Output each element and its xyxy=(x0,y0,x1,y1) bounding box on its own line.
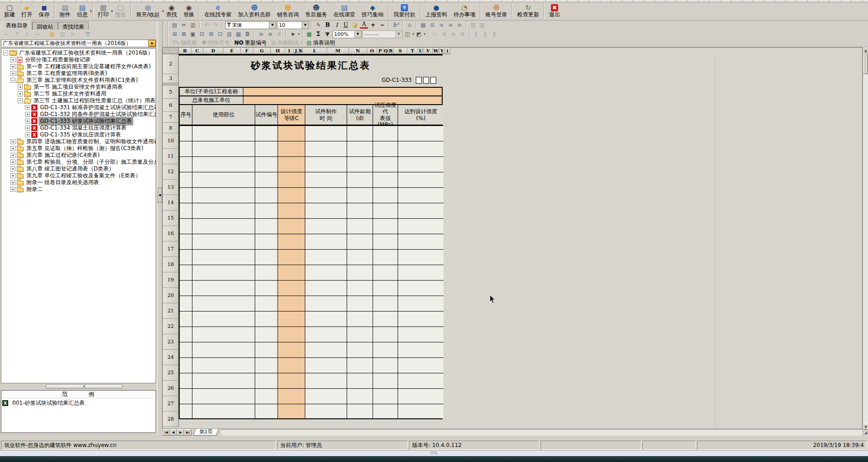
autosum-dd-icon[interactable]: ▼ xyxy=(323,30,332,38)
page-setup-icon[interactable]: ▦ xyxy=(419,21,427,29)
form-data-cell[interactable] xyxy=(398,234,444,249)
form-data-cell[interactable] xyxy=(373,218,398,234)
form-data-cell[interactable] xyxy=(192,141,255,156)
check-update-button[interactable]: ↻检查更新 xyxy=(514,3,542,20)
form-data-cell[interactable] xyxy=(398,187,444,203)
autosum-icon[interactable]: Σ xyxy=(314,30,323,38)
form-data-cell[interactable] xyxy=(278,249,305,265)
tree-item[interactable]: +XGD-C1-333 砂浆试块试验结果汇总表 xyxy=(1,118,156,125)
form-data-cell[interactable] xyxy=(305,296,347,311)
form-data-cell[interactable] xyxy=(192,234,255,249)
form-data-cell[interactable] xyxy=(305,234,347,249)
form-data-cell[interactable] xyxy=(398,388,444,404)
form-data-cell[interactable] xyxy=(347,265,373,280)
tree-expander-icon[interactable]: + xyxy=(10,173,15,178)
form-data-cell[interactable] xyxy=(398,126,444,141)
form-data-cell[interactable] xyxy=(180,203,192,218)
form-data-cell[interactable] xyxy=(192,187,255,203)
renumber-button[interactable]: NO重新编号 xyxy=(232,39,268,47)
form-data-cell[interactable] xyxy=(347,156,373,172)
form-data-cell[interactable] xyxy=(305,218,347,234)
tree-expander-icon[interactable]: + xyxy=(25,126,30,131)
row-header-15[interactable]: 15 xyxy=(163,211,179,226)
form-data-cell[interactable] xyxy=(255,203,278,218)
row-header-5[interactable]: 5 xyxy=(163,85,179,99)
form-data-cell[interactable] xyxy=(255,218,278,234)
tab-search-results[interactable]: 查找结果 xyxy=(58,22,89,30)
form-data-cell[interactable] xyxy=(305,187,347,203)
row-header-14[interactable]: 14 xyxy=(163,195,179,211)
tree-item[interactable]: +第一章 工程建设前期主要法定基建程序文件(A类表) xyxy=(1,63,156,70)
row-header-21[interactable]: 21 xyxy=(163,303,179,319)
online-expert-button[interactable]: e在线找专家 xyxy=(201,3,235,20)
tree-expander-icon[interactable]: + xyxy=(10,180,15,185)
form-data-cell[interactable] xyxy=(278,357,305,373)
tree-item[interactable]: +第四章 进场施工物资质量控制、证明和验收文件通用表(C2类表) xyxy=(1,138,156,145)
tree-expander-icon[interactable]: − xyxy=(18,98,23,103)
column-header-W[interactable]: W xyxy=(433,48,439,54)
form-data-cell[interactable] xyxy=(347,342,373,357)
form-data-cell[interactable] xyxy=(192,404,255,418)
form-data-cell[interactable] xyxy=(398,311,444,326)
online-class-button[interactable]: ▤在线课堂 xyxy=(330,3,358,20)
size-combobox[interactable]: 10▼ xyxy=(277,21,309,29)
form-data-cell[interactable] xyxy=(305,156,347,172)
attachment-button[interactable]: ▤附件 xyxy=(56,3,74,20)
form-data-cell[interactable] xyxy=(255,326,278,342)
collapse-panel-button[interactable]: ◀ xyxy=(157,187,162,203)
font-color-icon[interactable]: A xyxy=(360,21,368,29)
tree-expander-icon[interactable]: + xyxy=(10,57,15,62)
code-checkbox[interactable] xyxy=(423,77,429,84)
form-data-cell[interactable] xyxy=(305,326,347,342)
tree-expander-icon[interactable]: + xyxy=(18,91,23,96)
form-data-cell[interactable] xyxy=(278,311,305,326)
tree-expander-icon[interactable]: + xyxy=(18,85,23,90)
form-data-cell[interactable] xyxy=(192,373,255,388)
form-data-cell[interactable] xyxy=(347,373,373,388)
new-note-icon[interactable]: ▤ xyxy=(48,30,56,39)
form-data-cell[interactable] xyxy=(398,342,444,357)
form-data-cell[interactable] xyxy=(255,249,278,265)
row-header-8[interactable]: 8 xyxy=(163,123,179,133)
tree-item[interactable]: −广东省建筑工程竣工验收技术资料统一用表（2016版） xyxy=(1,50,156,56)
resize-grip-icon[interactable]: ◢ xyxy=(863,430,868,436)
tree-item[interactable]: +第九章 单位工程竣工验收及备案文件（E类表） xyxy=(1,172,156,179)
form-data-cell[interactable] xyxy=(192,203,255,218)
insert-row-icon[interactable]: ⊞ xyxy=(207,30,215,38)
increase-font-icon[interactable]: + xyxy=(369,21,377,29)
pattern-1-icon[interactable]: ▨ xyxy=(225,30,233,38)
form-data-cell[interactable] xyxy=(192,311,255,326)
row-header-19[interactable]: 19 xyxy=(163,272,179,288)
form-data-cell[interactable] xyxy=(278,218,305,234)
form-title[interactable]: 砂浆试块试验结果汇总表 xyxy=(179,54,443,75)
column-header-D[interactable]: D xyxy=(203,48,223,54)
form-data-cell[interactable] xyxy=(373,187,398,203)
font-dropdown-icon[interactable]: ▼ xyxy=(269,22,276,29)
tree-item[interactable]: −第三节 土建施工过程阶段性质量汇总（统计）用表 xyxy=(1,97,156,104)
form-data-cell[interactable] xyxy=(255,373,278,388)
row-header-6[interactable]: 6 xyxy=(163,99,179,112)
format-brush-icon[interactable]: ✎ xyxy=(314,21,323,29)
after-sales-button[interactable]: ☻售后服务 xyxy=(302,3,330,20)
last-sheet-icon[interactable]: ▶| xyxy=(184,429,192,436)
select-table-icon[interactable]: ➤ xyxy=(289,30,297,38)
form-data-cell[interactable] xyxy=(180,326,192,342)
save-button[interactable]: ◼保存 xyxy=(35,3,53,20)
form-data-cell[interactable] xyxy=(180,342,192,357)
tree-expander-icon[interactable]: + xyxy=(10,166,15,171)
form-data-cell[interactable] xyxy=(278,373,305,388)
info-button[interactable]: ▤信息▾ xyxy=(74,3,91,20)
form-data-cell[interactable] xyxy=(398,404,444,418)
column-header-Q[interactable]: Q xyxy=(384,48,389,54)
form-data-cell[interactable] xyxy=(398,326,444,342)
row-height-increase-icon[interactable]: ≡ xyxy=(257,30,265,38)
form-data-cell[interactable] xyxy=(373,296,398,311)
combobox-dropdown-icon[interactable]: ▼ xyxy=(148,40,156,47)
form-data-cell[interactable] xyxy=(278,280,305,296)
column-header-K[interactable]: K xyxy=(299,48,303,54)
form-data-cell[interactable] xyxy=(373,388,398,404)
scroll-up-icon[interactable]: ▲ xyxy=(863,47,868,53)
column-header-V[interactable]: V xyxy=(424,48,433,54)
form-data-cell[interactable] xyxy=(255,156,278,172)
tree-expander-icon[interactable]: + xyxy=(25,105,30,110)
